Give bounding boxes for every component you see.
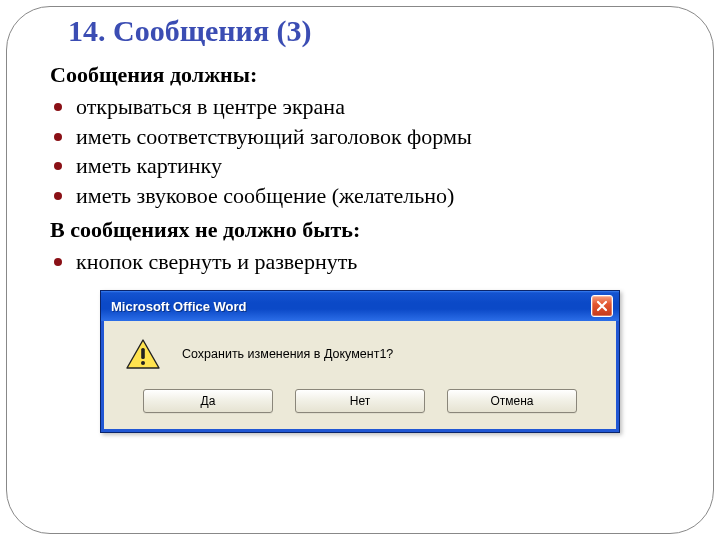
svg-point-2 <box>141 361 145 365</box>
list-item: кнопок свернуть и развернуть <box>50 247 670 277</box>
bullets-mustnot: кнопок свернуть и развернуть <box>50 247 670 277</box>
list-item: иметь соответствующий заголовок формы <box>50 122 670 152</box>
list-item: иметь картинку <box>50 151 670 181</box>
dialog-button-row: Да Нет Отмена <box>122 389 598 413</box>
close-button[interactable] <box>591 295 613 317</box>
list-item: иметь звуковое сообщение (желательно) <box>50 181 670 211</box>
yes-button[interactable]: Да <box>143 389 273 413</box>
slide-content: 14. Сообщения (3) Сообщения должны: откр… <box>0 0 720 433</box>
dialog-caption: Microsoft Office Word <box>111 299 591 314</box>
dialog-body: Сохранить изменения в Документ1? Да Нет … <box>101 321 619 432</box>
subhead-must: Сообщения должны: <box>50 62 670 88</box>
close-icon <box>596 300 608 312</box>
no-button[interactable]: Нет <box>295 389 425 413</box>
list-item: открываться в центре экрана <box>50 92 670 122</box>
subhead-mustnot: В сообщениях не должно быть: <box>50 217 670 243</box>
dialog-titlebar: Microsoft Office Word <box>101 291 619 321</box>
warning-icon <box>126 339 160 369</box>
dialog-message: Сохранить изменения в Документ1? <box>182 347 393 361</box>
slide-title: 14. Сообщения (3) <box>68 14 670 48</box>
svg-rect-1 <box>141 348 145 359</box>
cancel-button[interactable]: Отмена <box>447 389 577 413</box>
bullets-must: открываться в центре экрана иметь соотве… <box>50 92 670 211</box>
dialog-message-row: Сохранить изменения в Документ1? <box>122 339 598 369</box>
message-dialog: Microsoft Office Word Сохрани <box>100 290 620 433</box>
